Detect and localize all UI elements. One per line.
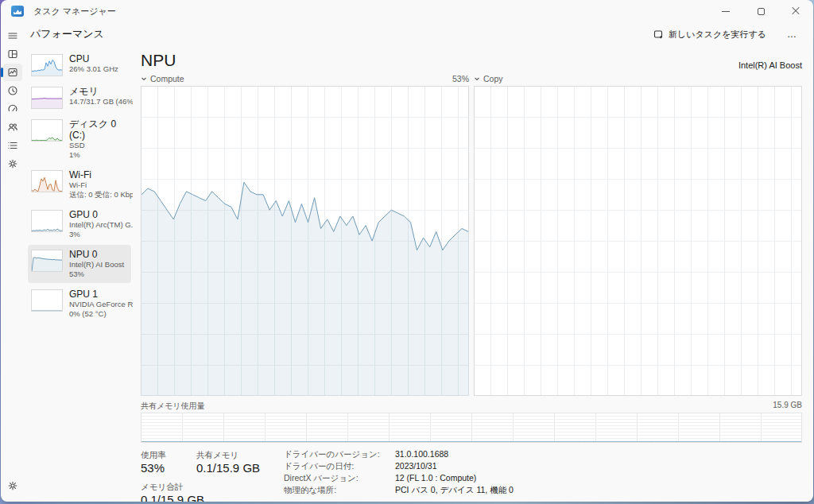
nav-performance[interactable]: [3, 64, 22, 81]
sidebar-item-title: メモリ: [69, 86, 128, 97]
sidebar-item-subline: 1%: [69, 150, 128, 160]
sidebar-item-wifi[interactable]: Wi-Fi Wi-Fi送信: 0 受信: 0 Kbps: [28, 165, 131, 204]
nav-menu-button[interactable]: [3, 27, 22, 45]
driver-info-value: 2023/10/31: [395, 461, 514, 472]
sidebar-item-sublines: 14.7/31.7 GB (46%): [69, 97, 128, 107]
mini-chart-canvas: [32, 87, 62, 108]
settings-button[interactable]: [3, 477, 22, 494]
copy-chart-canvas: [475, 87, 801, 395]
detail-title: NPU: [141, 51, 176, 70]
close-icon: [792, 7, 800, 15]
sidebar-item-sublines: Intel(R) Arc(TM) G...3%: [69, 220, 128, 239]
run-new-task-button[interactable]: 新しいタスクを実行する: [647, 25, 773, 44]
sidebar-mini-chart: [31, 54, 63, 76]
npu-detail-panel: NPU Intel(R) AI Boost Compute 53% Copy: [133, 46, 813, 502]
sidebar-item-title: GPU 1: [69, 289, 128, 300]
driver-info-label: ドライバーのバージョン:: [284, 449, 386, 460]
utilization-stat-label: 使用率: [141, 449, 196, 460]
startup-gauge-icon: [7, 103, 18, 114]
title-bar[interactable]: タスク マネージャー: [1, 0, 813, 22]
driver-info-value: 31.0.100.1688: [395, 449, 514, 460]
sidebar-item-title: GPU 0: [69, 209, 128, 220]
driver-info-label: ドライバーの日付:: [284, 461, 386, 472]
gear-icon: [7, 480, 18, 491]
copy-chart-header[interactable]: Copy: [474, 74, 802, 83]
sidebar-item-gpu1[interactable]: GPU 1 NVIDIA GeForce R...0% (52 °C): [28, 285, 131, 323]
copy-utilization-chart: [474, 86, 802, 396]
driver-info: ドライバーのバージョン: 31.0.100.1688 ドライバーの日付: 202…: [284, 449, 514, 502]
driver-info-value: PCI バス 0, デバイス 11, 機能 0: [395, 485, 514, 496]
sidebar-item-subline: NVIDIA GeForce R...: [69, 300, 128, 309]
shared-memory-stat-label: 共有メモリ: [196, 449, 284, 460]
compute-current-value: 53%: [452, 74, 469, 83]
sidebar-item-sublines: 26% 3.01 GHz: [69, 64, 118, 74]
nav-app-history[interactable]: [3, 82, 22, 99]
mini-chart-canvas: [32, 290, 62, 311]
sidebar-item-subline: 14.7/31.7 GB (46%): [69, 97, 128, 107]
nav-services[interactable]: [3, 155, 22, 173]
driver-info-label: 物理的な場所:: [284, 485, 386, 496]
more-options-button[interactable]: …: [781, 27, 804, 41]
minimize-button[interactable]: [708, 0, 743, 22]
nav-startup-apps[interactable]: [3, 100, 22, 118]
maximize-button[interactable]: [743, 0, 778, 22]
sidebar-item-title: Wi-Fi: [69, 169, 128, 180]
memory-total-stat-value: 0.1/15.9 GB: [141, 492, 196, 502]
performance-sidebar: CPU 26% 3.01 GHz メモリ 14.7/31.7 GB (46%) …: [25, 46, 133, 502]
sidebar-item-subline: SSD: [69, 141, 128, 150]
navigation-rail: [1, 22, 25, 502]
device-name: Intel(R) AI Boost: [738, 60, 802, 70]
sidebar-item-sublines: Wi-Fi送信: 0 受信: 0 Kbps: [69, 180, 128, 200]
history-clock-icon: [7, 85, 18, 96]
sidebar-item-subline: 26% 3.01 GHz: [69, 64, 118, 74]
npu-stats: 使用率 53% メモリ合計 0.1/15.9 GB 共有メモリ 0.: [141, 449, 802, 502]
compute-utilization-chart: [141, 86, 469, 396]
compute-chart-header[interactable]: Compute 53%: [141, 74, 469, 83]
compute-label: Compute: [150, 74, 184, 83]
sidebar-item-title: NPU 0: [69, 249, 124, 260]
nav-processes[interactable]: [3, 45, 22, 63]
copy-label: Copy: [483, 74, 503, 83]
sidebar-item-subline: Wi-Fi: [69, 180, 128, 190]
sidebar-mini-chart: [31, 210, 63, 232]
sidebar-item-subline: 53%: [69, 269, 124, 279]
minimize-icon: [722, 11, 730, 12]
maximize-icon: [758, 8, 765, 15]
sidebar-mini-chart: [31, 119, 63, 142]
sidebar-item-subline: Intel(R) AI Boost: [69, 260, 124, 269]
details-list-icon: [7, 140, 18, 151]
run-new-task-label: 新しいタスクを実行する: [669, 29, 766, 41]
window-title: タスク マネージャー: [33, 6, 116, 17]
sidebar-item-subline: 送信: 0 受信: 0 Kbps: [69, 190, 128, 200]
nav-details[interactable]: [3, 137, 22, 154]
mini-chart-canvas: [32, 55, 62, 76]
sidebar-item-subline: 3%: [69, 230, 128, 239]
close-button[interactable]: [778, 0, 813, 22]
run-new-task-icon: [653, 29, 664, 40]
shared-memory-chart-canvas: [141, 413, 801, 442]
chevron-down-icon: [141, 76, 147, 82]
page-header: パフォーマンス 新しいタスクを実行する …: [25, 22, 813, 46]
driver-info-label: DirectX バージョン:: [284, 473, 386, 484]
sidebar-item-cpu[interactable]: CPU 26% 3.01 GHz: [28, 49, 131, 80]
sidebar-mini-chart: [31, 289, 63, 312]
mini-chart-canvas: [32, 250, 62, 271]
app-icon: [11, 6, 24, 17]
sidebar-item-subline: 0% (52 °C): [69, 309, 128, 319]
utilization-stat-value: 53%: [141, 460, 196, 476]
sidebar-item-memory[interactable]: メモリ 14.7/31.7 GB (46%): [28, 82, 131, 113]
sidebar-item-title: CPU: [69, 53, 118, 64]
sidebar-item-disk0[interactable]: ディスク 0 (C:) SSD1%: [28, 114, 131, 164]
users-icon: [7, 122, 18, 133]
services-gear-icon: [7, 158, 18, 169]
sidebar-item-gpu0[interactable]: GPU 0 Intel(R) Arc(TM) G...3%: [28, 205, 131, 243]
driver-info-value: 12 (FL 1.0 : Compute): [395, 473, 514, 484]
sidebar-item-subline: Intel(R) Arc(TM) G...: [69, 220, 128, 230]
sidebar-item-sublines: SSD1%: [69, 141, 128, 160]
shared-memory-max-label: 15.9 GB: [773, 401, 802, 411]
hamburger-menu-icon: [7, 30, 18, 41]
task-manager-window: タスク マネージャー: [1, 0, 813, 502]
sidebar-item-npu0[interactable]: NPU 0 Intel(R) AI Boost53%: [28, 245, 131, 283]
nav-users[interactable]: [3, 118, 22, 136]
page-title: パフォーマンス: [30, 27, 104, 41]
